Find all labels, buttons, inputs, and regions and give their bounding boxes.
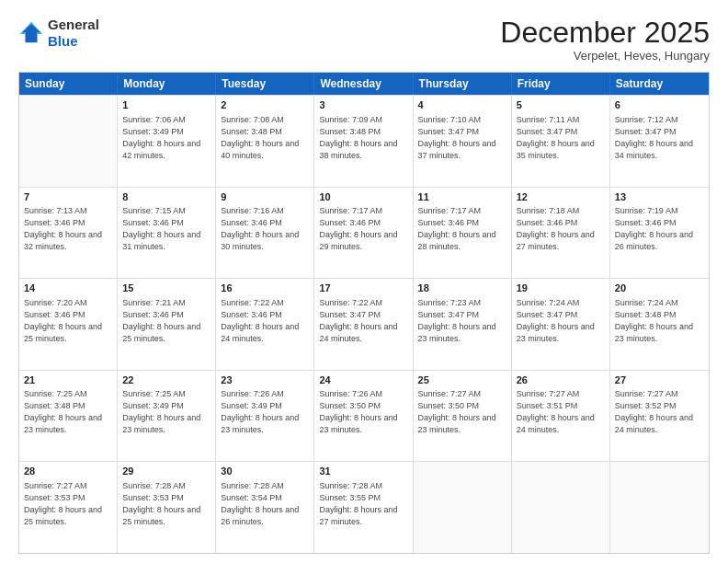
header-day-tuesday: Tuesday (216, 73, 314, 95)
day-info: Sunrise: 7:22 AMSunset: 3:46 PMDaylight:… (221, 297, 309, 345)
day-number: 2 (221, 98, 309, 112)
logo-text: General Blue (48, 17, 99, 50)
header-day-friday: Friday (512, 73, 610, 95)
day-info: Sunrise: 7:13 AMSunset: 3:46 PMDaylight:… (24, 205, 112, 253)
cal-cell: 11Sunrise: 7:17 AMSunset: 3:46 PMDayligh… (414, 188, 512, 279)
header-day-thursday: Thursday (414, 73, 512, 95)
day-info: Sunrise: 7:18 AMSunset: 3:46 PMDaylight:… (517, 205, 605, 253)
day-info: Sunrise: 7:17 AMSunset: 3:46 PMDaylight:… (418, 205, 506, 253)
day-info: Sunrise: 7:28 AMSunset: 3:54 PMDaylight:… (221, 480, 309, 528)
cal-cell: 24Sunrise: 7:26 AMSunset: 3:50 PMDayligh… (314, 371, 413, 462)
day-info: Sunrise: 7:16 AMSunset: 3:46 PMDaylight:… (221, 205, 309, 253)
cal-cell: 30Sunrise: 7:28 AMSunset: 3:54 PMDayligh… (216, 462, 314, 553)
cal-cell: 18Sunrise: 7:23 AMSunset: 3:47 PMDayligh… (414, 279, 512, 370)
cal-cell: 2Sunrise: 7:08 AMSunset: 3:48 PMDaylight… (216, 96, 314, 187)
cal-cell: 10Sunrise: 7:17 AMSunset: 3:46 PMDayligh… (314, 188, 413, 279)
day-info: Sunrise: 7:19 AMSunset: 3:46 PMDaylight:… (615, 205, 704, 253)
day-number: 18 (418, 282, 506, 295)
day-info: Sunrise: 7:26 AMSunset: 3:50 PMDaylight:… (319, 388, 407, 436)
header-day-saturday: Saturday (610, 73, 709, 95)
day-info: Sunrise: 7:25 AMSunset: 3:49 PMDaylight:… (122, 388, 210, 436)
cal-cell: 4Sunrise: 7:10 AMSunset: 3:47 PMDaylight… (414, 96, 512, 187)
day-number: 25 (418, 373, 506, 387)
day-info: Sunrise: 7:15 AMSunset: 3:46 PMDaylight:… (122, 205, 210, 253)
day-number: 10 (319, 190, 407, 204)
cal-cell: 31Sunrise: 7:28 AMSunset: 3:55 PMDayligh… (314, 462, 413, 553)
day-number: 26 (517, 373, 605, 387)
day-number: 14 (24, 282, 112, 295)
day-info: Sunrise: 7:08 AMSunset: 3:48 PMDaylight:… (221, 114, 309, 162)
cal-cell: 6Sunrise: 7:12 AMSunset: 3:47 PMDaylight… (610, 96, 709, 187)
header-day-monday: Monday (118, 73, 216, 95)
day-number: 5 (517, 98, 605, 112)
cal-cell: 22Sunrise: 7:25 AMSunset: 3:49 PMDayligh… (118, 371, 216, 462)
day-number: 22 (122, 373, 210, 387)
day-number: 20 (615, 282, 704, 295)
logo-blue: Blue (48, 33, 99, 50)
day-info: Sunrise: 7:20 AMSunset: 3:46 PMDaylight:… (24, 297, 112, 345)
cal-cell: 29Sunrise: 7:28 AMSunset: 3:53 PMDayligh… (118, 462, 216, 553)
header: General Blue December 2025 Verpelet, Hev… (18, 17, 710, 63)
cal-cell: 21Sunrise: 7:25 AMSunset: 3:48 PMDayligh… (19, 371, 118, 462)
week-row-0: 1Sunrise: 7:06 AMSunset: 3:49 PMDaylight… (19, 95, 709, 187)
day-number: 16 (221, 282, 309, 295)
cal-cell: 17Sunrise: 7:22 AMSunset: 3:47 PMDayligh… (314, 279, 413, 370)
cal-cell: 13Sunrise: 7:19 AMSunset: 3:46 PMDayligh… (610, 188, 709, 279)
cal-cell: 8Sunrise: 7:15 AMSunset: 3:46 PMDaylight… (118, 188, 216, 279)
day-number: 9 (221, 190, 309, 204)
day-number: 31 (319, 465, 407, 478)
logo: General Blue (18, 17, 99, 50)
cal-cell (610, 462, 709, 553)
week-row-4: 28Sunrise: 7:27 AMSunset: 3:53 PMDayligh… (19, 461, 709, 553)
day-number: 12 (517, 190, 605, 204)
day-info: Sunrise: 7:17 AMSunset: 3:46 PMDaylight:… (319, 205, 407, 253)
week-row-3: 21Sunrise: 7:25 AMSunset: 3:48 PMDayligh… (19, 370, 709, 462)
cal-cell (512, 462, 610, 553)
cal-cell: 7Sunrise: 7:13 AMSunset: 3:46 PMDaylight… (19, 188, 118, 279)
cal-cell: 27Sunrise: 7:27 AMSunset: 3:52 PMDayligh… (610, 371, 709, 462)
header-day-wednesday: Wednesday (314, 73, 413, 95)
day-number: 27 (615, 373, 704, 387)
calendar-body: 1Sunrise: 7:06 AMSunset: 3:49 PMDaylight… (19, 95, 709, 553)
day-info: Sunrise: 7:28 AMSunset: 3:55 PMDaylight:… (319, 480, 407, 528)
day-number: 19 (517, 282, 605, 295)
day-info: Sunrise: 7:28 AMSunset: 3:53 PMDaylight:… (122, 480, 210, 528)
day-info: Sunrise: 7:27 AMSunset: 3:52 PMDaylight:… (615, 388, 704, 436)
day-number: 24 (319, 373, 407, 387)
cal-cell: 15Sunrise: 7:21 AMSunset: 3:46 PMDayligh… (118, 279, 216, 370)
day-number: 13 (615, 190, 704, 204)
day-number: 1 (122, 98, 210, 112)
cal-cell: 26Sunrise: 7:27 AMSunset: 3:51 PMDayligh… (512, 371, 610, 462)
day-number: 3 (319, 98, 407, 112)
day-info: Sunrise: 7:22 AMSunset: 3:47 PMDaylight:… (319, 297, 407, 345)
day-info: Sunrise: 7:27 AMSunset: 3:50 PMDaylight:… (418, 388, 506, 436)
subtitle: Verpelet, Heves, Hungary (500, 49, 710, 63)
cal-cell: 1Sunrise: 7:06 AMSunset: 3:49 PMDaylight… (118, 96, 216, 187)
cal-cell: 5Sunrise: 7:11 AMSunset: 3:47 PMDaylight… (512, 96, 610, 187)
day-info: Sunrise: 7:23 AMSunset: 3:47 PMDaylight:… (418, 297, 506, 345)
day-number: 4 (418, 98, 506, 112)
cal-cell: 16Sunrise: 7:22 AMSunset: 3:46 PMDayligh… (216, 279, 314, 370)
day-number: 23 (221, 373, 309, 387)
calendar: SundayMondayTuesdayWednesdayThursdayFrid… (18, 72, 710, 554)
cal-cell: 12Sunrise: 7:18 AMSunset: 3:46 PMDayligh… (512, 188, 610, 279)
cal-cell (414, 462, 512, 553)
title-block: December 2025 Verpelet, Heves, Hungary (500, 17, 710, 63)
logo-general: General (48, 17, 99, 33)
day-info: Sunrise: 7:27 AMSunset: 3:51 PMDaylight:… (517, 388, 605, 436)
day-number: 6 (615, 98, 704, 112)
cal-cell: 9Sunrise: 7:16 AMSunset: 3:46 PMDaylight… (216, 188, 314, 279)
cal-cell: 19Sunrise: 7:24 AMSunset: 3:47 PMDayligh… (512, 279, 610, 370)
day-info: Sunrise: 7:09 AMSunset: 3:48 PMDaylight:… (319, 114, 407, 162)
day-info: Sunrise: 7:25 AMSunset: 3:48 PMDaylight:… (24, 388, 112, 436)
cal-cell: 14Sunrise: 7:20 AMSunset: 3:46 PMDayligh… (19, 279, 118, 370)
day-info: Sunrise: 7:11 AMSunset: 3:47 PMDaylight:… (517, 114, 605, 162)
week-row-1: 7Sunrise: 7:13 AMSunset: 3:46 PMDaylight… (19, 187, 709, 279)
week-row-2: 14Sunrise: 7:20 AMSunset: 3:46 PMDayligh… (19, 278, 709, 370)
cal-cell: 23Sunrise: 7:26 AMSunset: 3:49 PMDayligh… (216, 371, 314, 462)
day-info: Sunrise: 7:26 AMSunset: 3:49 PMDaylight:… (221, 388, 309, 436)
day-info: Sunrise: 7:24 AMSunset: 3:47 PMDaylight:… (517, 297, 605, 345)
day-info: Sunrise: 7:06 AMSunset: 3:49 PMDaylight:… (122, 114, 210, 162)
page: General Blue December 2025 Verpelet, Hev… (0, 0, 728, 563)
day-info: Sunrise: 7:24 AMSunset: 3:48 PMDaylight:… (615, 297, 704, 345)
